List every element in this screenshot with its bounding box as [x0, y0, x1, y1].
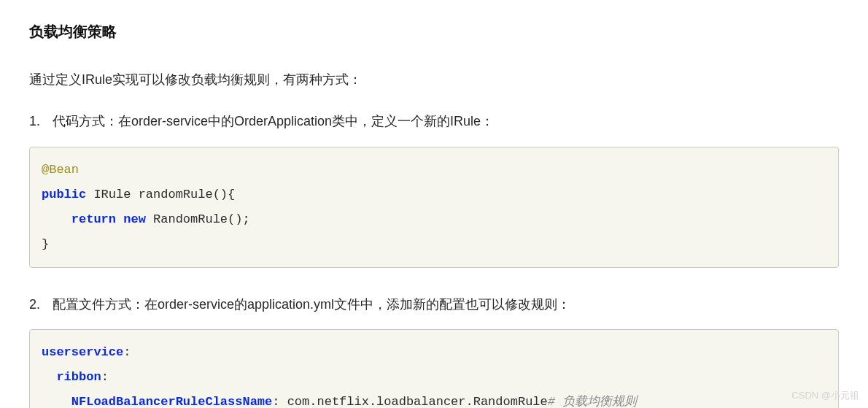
watermark: CSDN @小元祖	[791, 389, 859, 402]
code-keyword: public	[42, 188, 86, 201]
yaml-comment: # 负载均衡规则	[548, 395, 637, 408]
intro-paragraph: 通过定义IRule实现可以修改负载均衡规则，有两种方式：	[29, 69, 839, 91]
code-text: RandomRule();	[146, 212, 250, 226]
yaml-key: NFLoadBalancerRuleClassName	[71, 395, 272, 408]
code-block-yaml: userservice: ribbon: NFLoadBalancerRuleC…	[29, 329, 839, 408]
yaml-value: com.netflix.loadbalancer.RandomRule	[287, 395, 548, 408]
code-text: }	[42, 237, 49, 251]
yaml-colon: :	[101, 370, 109, 384]
yaml-key: ribbon	[56, 370, 101, 384]
list-number: 2.	[29, 294, 53, 315]
yaml-key: userservice	[42, 345, 123, 359]
list-item-2: 2. 配置文件方式：在order-service的application.yml…	[29, 294, 839, 315]
code-text: IRule randomRule(){	[86, 188, 235, 201]
code-indent	[42, 212, 71, 226]
code-annotation: @Bean	[42, 163, 79, 177]
list-number: 1.	[29, 111, 53, 132]
list-text: 代码方式：在order-service中的OrderApplication类中，…	[53, 111, 839, 132]
list-item-1: 1. 代码方式：在order-service中的OrderApplication…	[29, 111, 839, 132]
yaml-colon: :	[272, 395, 287, 408]
list-text: 配置文件方式：在order-service的application.yml文件中…	[53, 294, 839, 315]
code-keyword: new	[123, 212, 146, 226]
yaml-indent	[42, 370, 56, 384]
section-heading: 负载均衡策略	[29, 22, 839, 42]
yaml-indent	[42, 395, 71, 408]
code-text	[116, 212, 123, 226]
yaml-colon: :	[123, 345, 131, 359]
code-keyword: return	[71, 212, 116, 226]
code-block-java: @Bean public IRule randomRule(){ return …	[29, 147, 839, 268]
